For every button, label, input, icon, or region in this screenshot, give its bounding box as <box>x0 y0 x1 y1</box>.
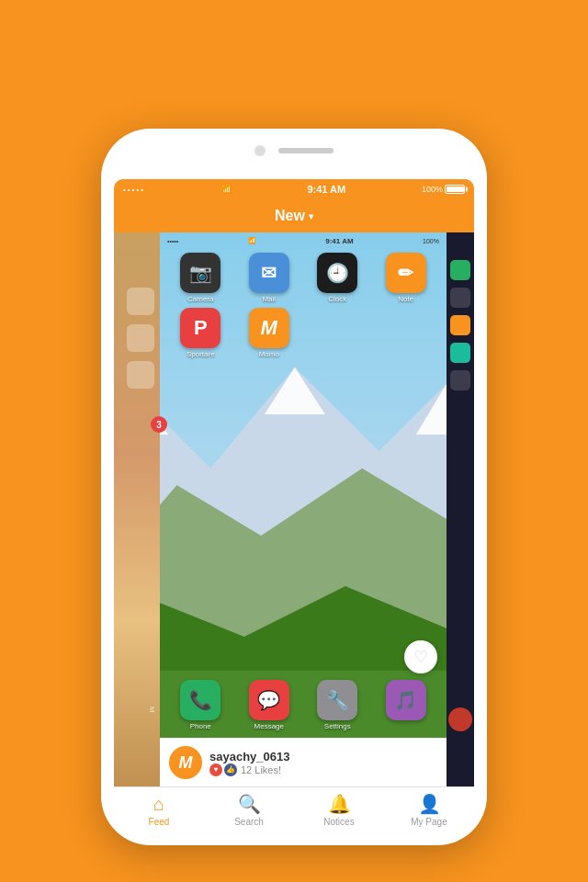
right-strip <box>450 260 470 390</box>
heart-button[interactable]: ♡ <box>404 640 437 673</box>
icon-settings-label: Settings <box>324 722 351 730</box>
tab-feed[interactable]: ⌂ Feed <box>114 787 204 832</box>
icon-momo[interactable]: M Momo <box>238 308 301 358</box>
right-box-1 <box>450 288 470 308</box>
icon-momo-label: Momo <box>259 350 279 358</box>
notices-label: Notices <box>323 817 354 827</box>
icon-music[interactable]: 🎵 <box>375 680 438 730</box>
right-box-teal <box>450 343 470 363</box>
status-time: 9:41 AM <box>307 184 345 195</box>
icon-phone-label: Phone <box>190 722 211 730</box>
wifi-icon: 📶 <box>221 185 232 194</box>
icon-phone[interactable]: 📞 Phone <box>169 680 232 730</box>
inner-time: 9:41 AM <box>325 237 353 245</box>
battery-fill <box>447 187 464 192</box>
user-avatar: M <box>169 746 202 779</box>
phone-screen: ••••• 📶 9:41 AM 100% New ▾ 3 <box>114 179 474 832</box>
icon-note-box: ✏ <box>386 253 426 293</box>
right-box-green <box>450 260 470 280</box>
inner-phone-screen: ••••• 📶 9:41 AM 100% 📷 Camera <box>160 232 447 738</box>
icon-clock[interactable]: 🕘 Clock <box>306 253 369 303</box>
inner-wifi: 📶 <box>248 237 256 244</box>
inner-status-bar: ••••• 📶 9:41 AM 100% <box>160 232 447 249</box>
icon-message[interactable]: 💬 Message <box>238 680 301 730</box>
icon-momo-box: M <box>249 308 289 348</box>
left-icon-box <box>127 324 154 352</box>
icons-grid-row1: 📷 Camera ✉ Mail 🕘 Clock <box>169 253 437 303</box>
feed-right-partial <box>447 232 474 786</box>
right-box-2 <box>450 370 470 390</box>
icon-phone-box: 📞 <box>180 680 220 720</box>
icon-camera-box: 📷 <box>180 253 220 293</box>
dock-area: 📞 Phone 💬 Message 🔧 Setting <box>160 673 447 738</box>
left-icon-strip <box>127 288 154 389</box>
mypage-label: My Page <box>411 817 447 827</box>
feed-label: Feed <box>149 817 170 827</box>
feed-left-partial: 3 M <box>114 232 160 786</box>
left-icon-box <box>127 288 154 315</box>
inner-battery: 100% <box>423 238 439 244</box>
icon-sportare-label: Sportare <box>187 350 215 358</box>
likes-count: 12 Likes! <box>241 764 281 775</box>
feed-icon: ⌂ <box>153 794 164 815</box>
phone-camera <box>254 145 266 156</box>
thumb-like-icon: 👍 <box>224 763 237 776</box>
inner-dots: ••••• <box>167 238 178 244</box>
icons-grid-row2: P Sportare M Momo <box>169 308 437 358</box>
right-box-orange <box>450 315 470 335</box>
user-info: sayachy_0613 ♥ 👍 12 Likes! <box>209 750 437 776</box>
icon-settings[interactable]: 🔧 Settings <box>306 680 369 730</box>
battery-bar-icon <box>445 185 465 194</box>
feed-center-card: ••••• 📶 9:41 AM 100% 📷 Camera <box>160 232 447 786</box>
left-card-label: M <box>148 707 156 713</box>
icon-settings-box: 🔧 <box>317 680 357 720</box>
icon-mail-box: ✉ <box>249 253 289 293</box>
icon-mail[interactable]: ✉ Mail <box>238 253 301 303</box>
icon-clock-box: 🕘 <box>317 253 357 293</box>
user-likes: ♥ 👍 12 Likes! <box>209 763 437 776</box>
heart-icon: ♡ <box>413 647 428 667</box>
left-icon-box <box>127 361 154 389</box>
icon-music-box: 🎵 <box>386 680 426 720</box>
feed-area: 3 M <box>114 232 474 786</box>
icon-note-label: Note <box>398 295 413 303</box>
notification-badge: 3 <box>151 416 167 433</box>
right-partial-avatar <box>448 707 472 731</box>
app-nav-bar: New ▾ <box>114 199 474 232</box>
phone-speaker <box>278 148 334 153</box>
icon-message-box: 💬 <box>249 680 289 720</box>
status-battery: 100% <box>422 185 465 194</box>
phone-shell: ••••• 📶 9:41 AM 100% New ▾ 3 <box>101 129 487 845</box>
icon-sportare-box: P <box>180 308 220 348</box>
phone-top-bar <box>254 145 334 156</box>
icon-camera-label: Camera <box>187 295 213 303</box>
nav-title: New <box>275 208 305 224</box>
icon-camera[interactable]: 📷 Camera <box>169 253 232 303</box>
icon-note[interactable]: ✏ Note <box>375 253 438 303</box>
search-icon: 🔍 <box>238 793 261 815</box>
icon-mail-label: Mail <box>262 295 276 303</box>
tab-notices[interactable]: 🔔 Notices <box>294 787 384 832</box>
icon-message-label: Message <box>254 722 284 730</box>
nav-chevron: ▾ <box>309 211 313 221</box>
status-dots: ••••• <box>123 186 145 194</box>
tab-search[interactable]: 🔍 Search <box>204 787 294 832</box>
card-footer: M sayachy_0613 ♥ 👍 12 Likes! <box>160 738 447 786</box>
icon-clock-label: Clock <box>328 295 346 303</box>
app-status-bar: ••••• 📶 9:41 AM 100% <box>114 179 474 199</box>
heart-like-icon: ♥ <box>209 763 222 776</box>
tab-mypage[interactable]: 👤 My Page <box>384 787 474 832</box>
dock-icons: 📞 Phone 💬 Message 🔧 Setting <box>169 680 437 738</box>
mypage-icon: 👤 <box>418 793 441 815</box>
icon-sportare[interactable]: P Sportare <box>169 308 232 358</box>
notices-icon: 🔔 <box>328 793 351 815</box>
username: sayachy_0613 <box>209 750 437 763</box>
search-label: Search <box>234 817 264 827</box>
svg-marker-3 <box>416 384 447 435</box>
tab-bar: ⌂ Feed 🔍 Search 🔔 Notices 👤 My Page <box>114 786 474 832</box>
like-icons: ♥ 👍 <box>209 763 237 776</box>
